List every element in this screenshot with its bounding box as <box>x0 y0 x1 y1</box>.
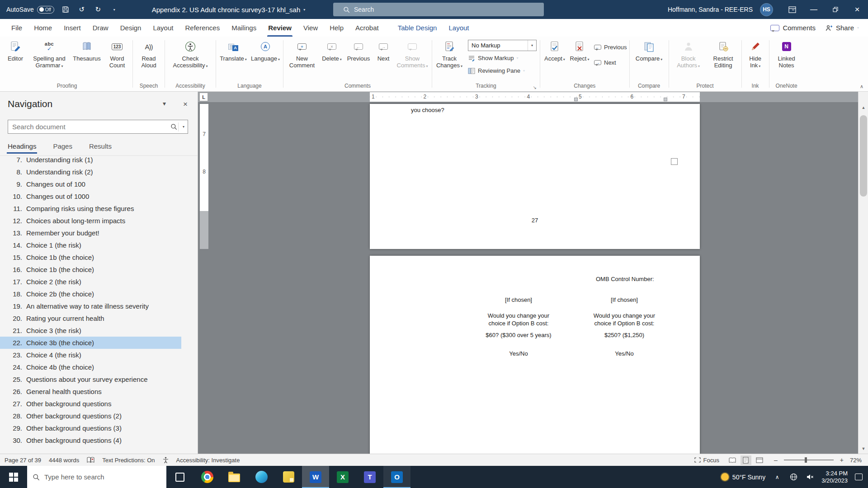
document-title[interactable]: Appendix 2. US Adult chronic survey3-17 … <box>152 6 306 14</box>
menu-tab-review[interactable]: Review <box>262 19 297 37</box>
taskbar-word[interactable]: W <box>302 466 329 488</box>
taskbar-teams[interactable]: T <box>356 466 383 488</box>
check-accessibility-button[interactable]: Check Accessibility▾ <box>166 38 214 70</box>
start-button[interactable] <box>0 466 27 488</box>
block-authors-button[interactable]: Block Authors▾ <box>670 38 707 70</box>
menu-tab-home[interactable]: Home <box>28 19 58 37</box>
proofing-errors-icon[interactable] <box>87 457 94 463</box>
avatar[interactable]: HS <box>760 3 773 16</box>
zoom-level[interactable]: 72% <box>850 457 862 464</box>
read-aloud-button[interactable]: A)) Read Aloud <box>134 38 163 69</box>
nav-heading-20[interactable]: 20.Rating your current health <box>0 312 181 324</box>
navpane-search-input[interactable] <box>8 123 170 131</box>
document-page-28[interactable]: OMB Control Number: [If chosen] Would yo… <box>370 256 700 454</box>
tray-chevron-up-icon[interactable]: ∧ <box>773 474 782 480</box>
print-layout-button[interactable] <box>741 455 751 465</box>
thesaurus-button[interactable]: Thesaurus <box>71 38 103 62</box>
text-predictions-indicator[interactable]: Text Predictions: On <box>102 457 155 464</box>
nav-heading-19[interactable]: 19.An alternative way to rate illness se… <box>0 300 181 312</box>
nav-heading-8[interactable]: 8.Understanding risk (2) <box>0 166 181 178</box>
page-indicator[interactable]: Page 27 of 39 <box>5 457 41 464</box>
horizontal-ruler[interactable]: L 1234567 <box>198 92 858 102</box>
scrollbar-thumb[interactable] <box>860 115 867 197</box>
undo-icon[interactable]: ↺ <box>77 5 87 14</box>
translate-button[interactable]: A Translate▾ <box>217 38 249 63</box>
nav-heading-7[interactable]: 7.Understanding risk (1) <box>0 157 181 166</box>
document-page-27[interactable]: you choose? 27 <box>370 104 700 249</box>
nav-heading-26[interactable]: 26.General health questions <box>0 385 181 398</box>
taskbar-search-box[interactable] <box>27 466 166 488</box>
nav-heading-30[interactable]: 30.Other background questions (4) <box>0 434 181 446</box>
nav-heading-17[interactable]: 17.Choice 2 (the risk) <box>0 276 181 288</box>
word-count-button[interactable]: 123 Word Count <box>103 38 131 69</box>
task-view-button[interactable] <box>166 466 193 488</box>
taskbar-chrome[interactable] <box>193 466 221 488</box>
reject-button[interactable]: Reject▾ <box>568 38 591 63</box>
redo-icon[interactable]: ↻ <box>93 5 103 14</box>
indent-marker[interactable] <box>574 98 578 101</box>
menu-tab-view[interactable]: View <box>297 19 324 37</box>
right-indent-marker[interactable] <box>664 98 667 101</box>
track-changes-button[interactable]: Track Changes▾ <box>434 38 465 70</box>
customize-qat-icon[interactable]: ▾ <box>109 5 119 14</box>
show-markup-button[interactable]: Show Markup▾ <box>468 52 537 64</box>
navpane-tab-results[interactable]: Results <box>89 142 112 154</box>
zoom-slider[interactable] <box>784 460 834 460</box>
previous-change-button[interactable]: ← Previous <box>594 42 627 53</box>
nav-heading-21[interactable]: 21.Choice 3 (the risk) <box>0 324 181 337</box>
taskbar-pinned-app[interactable] <box>275 466 302 488</box>
volume-icon[interactable] <box>805 474 814 480</box>
titlebar-search[interactable]: Search <box>333 3 544 16</box>
minimize-button[interactable]: — <box>803 0 825 19</box>
nav-heading-28[interactable]: 28.Other background questions (2) <box>0 410 181 422</box>
menu-tab-design[interactable]: Design <box>114 19 147 37</box>
display-for-review-combobox[interactable]: No Markup ▾ <box>468 40 537 51</box>
share-button[interactable]: Share ▾ <box>826 24 859 32</box>
taskbar-edge[interactable] <box>248 466 275 488</box>
navpane-search-chevron-icon[interactable]: ▾ <box>179 125 188 129</box>
menu-tab-layout-contextual[interactable]: Layout <box>443 19 475 37</box>
accept-button[interactable]: Accept▾ <box>542 38 568 63</box>
nav-heading-13[interactable]: 13.Remember your budget! <box>0 227 181 239</box>
restore-button[interactable] <box>825 0 846 19</box>
next-comment-button[interactable]: → Next <box>373 38 394 62</box>
menu-tab-file[interactable]: File <box>5 19 28 37</box>
nav-heading-16[interactable]: 16.Choice 1b (the choice) <box>0 263 181 276</box>
editor-button[interactable]: Editor <box>3 38 28 62</box>
menu-tab-insert[interactable]: Insert <box>58 19 87 37</box>
nav-heading-18[interactable]: 18.Choice 2b (the choice) <box>0 288 181 300</box>
nav-heading-15[interactable]: 15.Choice 1b (the choice) <box>0 251 181 263</box>
delete-comment-button[interactable]: × Delete▾ <box>319 38 344 63</box>
content-control-checkbox[interactable] <box>671 158 678 165</box>
menu-tab-mailings[interactable]: Mailings <box>226 19 262 37</box>
navpane-options-chevron-icon[interactable]: ▾ <box>163 100 166 107</box>
navpane-tab-headings[interactable]: Headings <box>8 142 36 154</box>
nav-heading-25[interactable]: 25.Questions about your survey experienc… <box>0 373 181 385</box>
show-comments-button[interactable]: Show Comments▾ <box>394 38 430 70</box>
navpane-tab-pages[interactable]: Pages <box>53 142 72 154</box>
menu-tab-draw[interactable]: Draw <box>87 19 114 37</box>
accessibility-icon[interactable] <box>163 457 169 463</box>
taskbar-outlook[interactable]: O <box>383 466 410 488</box>
save-icon[interactable] <box>61 5 71 14</box>
nav-heading-10[interactable]: 10.Changes out of 1000 <box>0 190 181 202</box>
word-count-indicator[interactable]: 4448 words <box>49 457 79 464</box>
next-change-button[interactable]: → Next <box>594 57 627 68</box>
accessibility-indicator[interactable]: Accessibility: Investigate <box>176 457 240 464</box>
tracking-dialog-launcher-icon[interactable]: ↘ <box>533 85 537 90</box>
language-button[interactable]: A Language▾ <box>249 38 282 63</box>
taskbar-clock[interactable]: 3:24 PM 3/20/2023 <box>821 470 848 484</box>
hide-ink-button[interactable]: Hide Ink▾ <box>743 38 768 70</box>
menu-tab-table-design[interactable]: Table Design <box>392 19 443 37</box>
network-icon[interactable] <box>789 473 798 481</box>
nav-heading-27[interactable]: 27.Other background questions <box>0 398 181 410</box>
zoom-out-button[interactable]: – <box>773 456 779 464</box>
scroll-down-icon[interactable]: ▼ <box>859 444 868 454</box>
nav-heading-23[interactable]: 23.Choice 4 (the risk) <box>0 349 181 361</box>
reviewing-pane-button[interactable]: Reviewing Pane▾ <box>468 65 537 76</box>
zoom-slider-thumb[interactable] <box>805 457 807 463</box>
taskbar-file-explorer[interactable] <box>221 466 248 488</box>
ribbon-display-options-icon[interactable] <box>781 0 803 19</box>
focus-button[interactable]: Focus <box>694 457 719 464</box>
restrict-editing-button[interactable]: Restrict Editing <box>707 38 740 69</box>
